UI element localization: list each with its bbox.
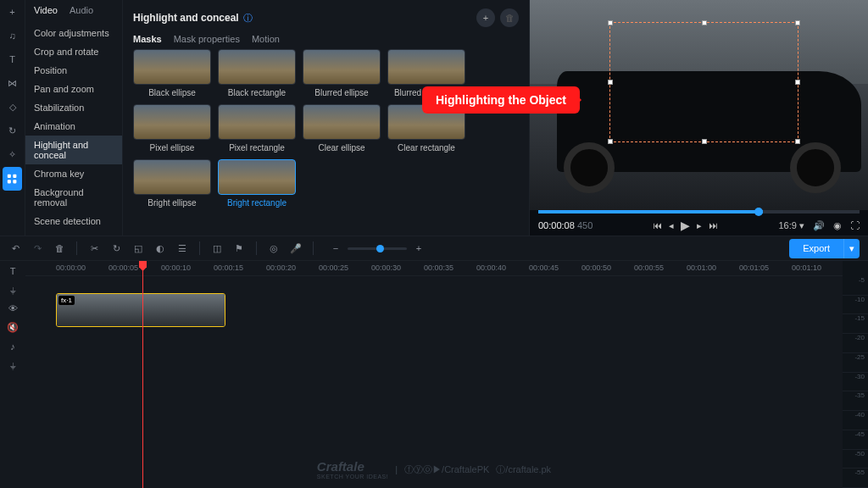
tool-sidebar: Video Audio Color adjustmentsCrop and ro… [25,0,123,236]
time-ruler[interactable]: 00:00:0000:00:0500:00:1000:00:1500:00:20… [25,261,843,276]
sticker-icon[interactable]: ◇ [0,95,25,119]
tab-audio[interactable]: Audio [70,5,93,15]
ruler-tick: 00:00:20 [266,263,296,272]
svg-rect-1 [13,174,16,177]
zoom-in-icon[interactable]: + [412,243,426,253]
volume-icon[interactable]: 🔊 [813,220,825,231]
play-icon[interactable]: ▶ [681,219,690,232]
subtab-mask-properties[interactable]: Mask properties [174,34,240,44]
ruler-tick: 00:01:10 [792,263,821,272]
video-track[interactable]: fx·1 [25,293,843,327]
record-icon[interactable]: ◎ [267,243,281,254]
history-icon[interactable]: ↻ [0,119,25,142]
meter-tick: -5 [843,276,868,296]
export-button[interactable]: Export [789,239,843,258]
tool-pan-and-zoom[interactable]: Pan and zoom [25,80,122,98]
preview-progress[interactable] [538,210,860,214]
mask-black-ellipse[interactable]: Black ellipse [133,49,211,97]
video-preview[interactable] [530,0,868,210]
tool-scene-detection[interactable]: Scene detection [25,212,122,230]
delete-icon[interactable]: 🗑 [53,243,66,253]
link-icon[interactable]: ⏚ [10,285,16,295]
adjust-icon[interactable]: ☰ [175,243,189,254]
meter-tick: -40 [843,411,868,430]
crop-icon[interactable]: ◱ [131,243,145,254]
mask-bright-ellipse[interactable]: Bright ellipse [133,159,211,208]
delete-mask-button[interactable]: 🗑 [500,8,519,27]
ruler-tick: 00:00:35 [424,263,453,272]
transition-icon[interactable]: ⋈ [0,71,25,95]
tool-position[interactable]: Position [25,61,122,80]
mic-icon[interactable]: 🎤 [289,243,303,254]
video-track-icon[interactable]: 👁 [8,303,18,313]
ruler-tick: 00:00:00 [56,263,86,272]
more-icon[interactable] [3,167,22,191]
annotation-callout: Highlighting the Object [422,86,580,114]
split-icon[interactable]: ✂ [87,243,101,254]
tool-color-adjustments[interactable]: Color adjustments [25,24,122,42]
meter-tick: -20 [843,334,868,353]
ruler-tick: 00:01:05 [739,263,769,272]
tool-animation[interactable]: Animation [25,117,122,136]
mask-pixel-ellipse[interactable]: Pixel ellipse [133,104,211,152]
video-clip[interactable]: fx·1 [56,293,225,327]
mask-pixel-rectangle[interactable]: Pixel rectangle [218,104,296,152]
step-fwd-icon[interactable]: ▸ [697,220,702,231]
prev-clip-icon[interactable]: ⏮ [653,220,662,230]
watermark: CraftaleSKETCH YOUR IDEAS! | ⓕⓨⓞ▶/Crafta… [317,459,551,480]
link2-icon[interactable]: ⏚ [10,360,16,370]
zoom-slider[interactable] [348,247,407,250]
tool-stabilization[interactable]: Stabilization [25,98,122,117]
redo-icon[interactable]: ↷ [31,243,44,254]
tool-background-removal[interactable]: Background removal [25,183,122,212]
ruler-tick: 00:00:05 [108,263,138,272]
meter-tick: -45 [843,430,868,450]
color-icon[interactable]: ◐ [153,243,167,254]
mute-icon[interactable]: 🔇 [7,322,19,333]
mask-bright-rectangle[interactable]: Bright rectangle [218,159,296,208]
marker-icon[interactable]: ⚑ [232,243,246,254]
add-icon[interactable]: + [0,0,25,24]
audio-track-icon[interactable]: ♪ [10,341,15,352]
ruler-tick: 00:00:55 [634,263,664,272]
zoom-out-icon[interactable]: − [329,243,342,253]
tool-highlight-and-conceal[interactable]: Highlight and conceal [25,136,122,164]
meter-tick: -35 [843,391,868,411]
text-track-icon[interactable]: T [10,266,16,276]
undo-icon[interactable]: ↶ [8,243,22,254]
add-mask-button[interactable]: + [476,8,495,27]
mask-black-rectangle[interactable]: Black rectangle [218,49,296,97]
text-icon[interactable]: T [0,47,25,71]
effects-icon[interactable]: ✧ [0,142,25,166]
rotate-icon[interactable]: ↻ [109,243,123,254]
step-back-icon[interactable]: ◂ [669,220,674,231]
audio-meters: -5-10-15-20-25-30-35-40-45-50-55 [843,261,868,488]
help-icon[interactable]: ⓘ [243,12,253,25]
meter-tick: -30 [843,373,868,392]
ruler-tick: 00:00:50 [581,263,611,272]
fullscreen-icon[interactable]: ⛶ [850,220,860,230]
snapshot-icon[interactable]: ◉ [833,220,842,231]
export-dropdown[interactable]: ▾ [843,239,860,258]
tool-crop-and-rotate[interactable]: Crop and rotate [25,42,122,61]
mask-clear-ellipse[interactable]: Clear ellipse [303,104,381,152]
timecode: 00:00:08 450 [538,220,593,230]
subtab-motion[interactable]: Motion [252,34,280,44]
svg-rect-0 [8,174,11,177]
playhead[interactable] [142,261,143,488]
ruler-tick: 00:00:40 [476,263,506,272]
mask-blurred-ellipse[interactable]: Blurred ellipse [303,49,381,97]
tab-video[interactable]: Video [34,5,58,15]
meter-tick: -55 [843,469,868,488]
ruler-tick: 00:01:00 [687,263,716,272]
ruler-tick: 00:00:30 [371,263,401,272]
subtab-masks[interactable]: Masks [133,34,162,44]
next-clip-icon[interactable]: ⏭ [709,220,718,230]
aspect-ratio[interactable]: 16:9 ▾ [779,220,804,231]
preview-panel: 00:00:08 450 ⏮ ◂ ▶ ▸ ⏭ 16:9 ▾ 🔊 ◉ ⛶ [529,0,868,236]
music-icon[interactable]: ♫ [0,24,25,47]
meter-tick: -15 [843,314,868,334]
overlay-icon[interactable]: ◫ [210,243,224,254]
mask-selection-box[interactable] [609,22,798,142]
tool-chroma-key[interactable]: Chroma key [25,164,122,183]
